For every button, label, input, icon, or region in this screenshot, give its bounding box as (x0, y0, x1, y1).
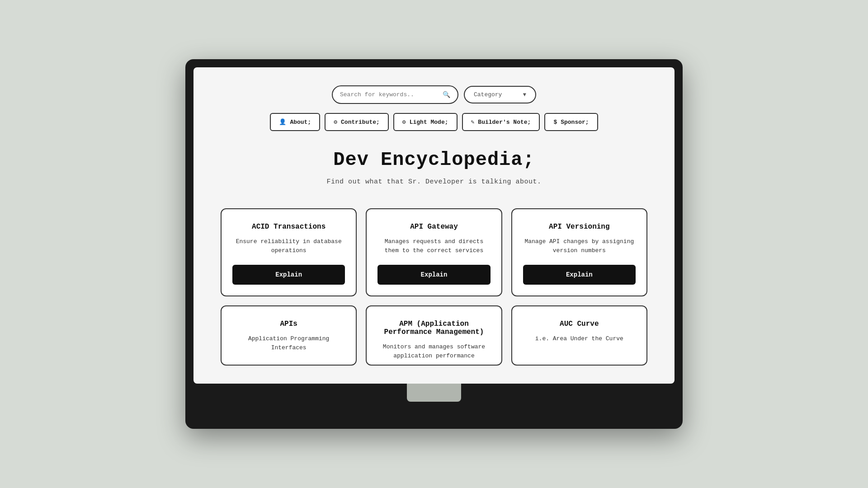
card-title: API Gateway (410, 223, 458, 231)
about-label: About; (290, 119, 311, 126)
monitor-stand (407, 384, 461, 402)
search-bar[interactable]: 🔍 (332, 85, 458, 104)
page-title: Dev Encyclopedia; (221, 149, 647, 171)
app-container: 🔍 Category ▼ 👤 About; ⚙ Contribute; (193, 67, 675, 384)
dollar-icon: $ (553, 119, 557, 126)
card-api-versioning: API Versioning Manage API changes by ass… (511, 208, 647, 296)
builders-note-label: Builder's Note; (478, 119, 531, 126)
explain-button-acid[interactable]: Explain (232, 265, 345, 285)
explain-button-api-versioning[interactable]: Explain (523, 265, 636, 285)
light-mode-button[interactable]: ⚙ Light Mode; (393, 113, 458, 131)
card-description: Monitors and manages software applicatio… (377, 343, 490, 360)
page-subtitle: Find out what that Sr. Developer is talk… (221, 178, 647, 186)
card-title: APM (Application Performance Management) (377, 320, 490, 336)
card-description: i.e. Area Under the Curve (535, 334, 623, 343)
card-title: AUC Curve (560, 320, 599, 328)
explain-button-api-gateway[interactable]: Explain (377, 265, 490, 285)
chevron-down-icon: ▼ (523, 92, 526, 98)
monitor: 🔍 Category ▼ 👤 About; ⚙ Contribute; (185, 59, 683, 429)
contribute-label: Contribute; (341, 119, 380, 126)
search-input[interactable] (340, 91, 439, 98)
cards-grid: ACID Transactions Ensure reliability in … (221, 208, 647, 366)
nav-buttons: 👤 About; ⚙ Contribute; ⚙ Light Mode; ✎ B… (221, 113, 647, 131)
category-label: Category (474, 91, 502, 98)
person-icon: 👤 (279, 118, 286, 126)
light-mode-label: Light Mode; (410, 119, 448, 126)
builders-note-button[interactable]: ✎ Builder's Note; (462, 113, 540, 131)
card-apis: APIs Application Programming Interfaces (221, 305, 357, 366)
hero-section: Dev Encyclopedia; Find out what that Sr.… (221, 149, 647, 186)
sponsor-button[interactable]: $ Sponsor; (544, 113, 598, 131)
header: 🔍 Category ▼ (221, 85, 647, 104)
github-icon: ⚙ (334, 118, 337, 126)
search-icon: 🔍 (443, 91, 450, 99)
card-description: Manage API changes by assigning version … (523, 237, 636, 255)
card-api-gateway: API Gateway Manages requests and directs… (366, 208, 502, 296)
card-description: Ensure reliability in database operation… (232, 237, 345, 255)
monitor-screen: 🔍 Category ▼ 👤 About; ⚙ Contribute; (193, 67, 675, 384)
card-auc-curve: AUC Curve i.e. Area Under the Curve (511, 305, 647, 366)
contribute-button[interactable]: ⚙ Contribute; (325, 113, 389, 131)
about-button[interactable]: 👤 About; (270, 113, 320, 131)
card-title: ACID Transactions (252, 223, 326, 231)
card-title: APIs (280, 320, 297, 328)
card-acid-transactions: ACID Transactions Ensure reliability in … (221, 208, 357, 296)
card-description: Application Programming Interfaces (232, 334, 345, 352)
card-description: Manages requests and directs them to the… (377, 237, 490, 255)
category-dropdown[interactable]: Category ▼ (464, 86, 536, 103)
sponsor-label: Sponsor; (561, 119, 589, 126)
card-apm: APM (Application Performance Management)… (366, 305, 502, 366)
card-title: API Versioning (549, 223, 609, 231)
pen-icon: ✎ (471, 118, 475, 126)
gear-icon: ⚙ (402, 118, 406, 126)
